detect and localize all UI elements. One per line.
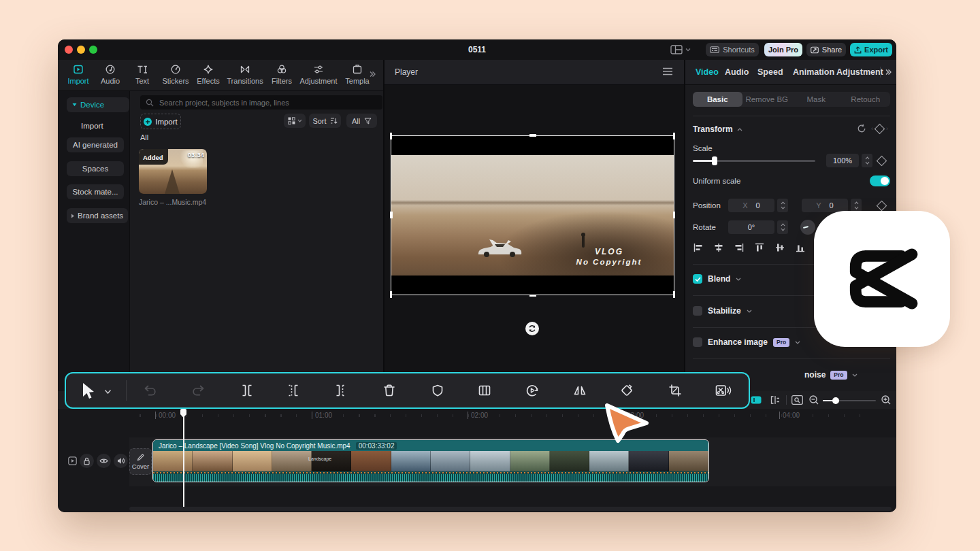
tab-adjustment-inspector[interactable]: Adjustment	[836, 67, 883, 77]
reduce-noise-row[interactable]: noise Pro	[804, 369, 858, 380]
tab-filters[interactable]: Filters	[269, 64, 295, 85]
playhead-handle[interactable]	[180, 409, 186, 418]
tab-speed[interactable]: Speed	[757, 67, 783, 77]
speed-tool-icon[interactable]	[524, 382, 540, 399]
stabilize-row[interactable]: Stabilize	[693, 305, 752, 316]
join-pro-button[interactable]: Join Pro	[764, 43, 802, 56]
search-input[interactable]	[158, 98, 365, 107]
rotate-tool-icon[interactable]	[619, 382, 635, 399]
export-button[interactable]: Export	[850, 43, 892, 56]
track-hide-button[interactable]	[97, 454, 111, 468]
media-clip-card[interactable]: Added 03:34	[139, 149, 207, 194]
reset-icon[interactable]	[857, 124, 866, 133]
extract-audio-tool-icon[interactable]	[714, 382, 732, 399]
handle-bottom-right[interactable]	[673, 291, 675, 298]
align-middle-vertical-icon[interactable]	[774, 242, 785, 253]
tab-text[interactable]: Text	[130, 64, 154, 85]
align-bottom-icon[interactable]	[795, 242, 806, 253]
tab-import[interactable]: Import	[66, 64, 91, 85]
chevron-down-icon[interactable]	[747, 310, 752, 313]
sidebar-item-import[interactable]: Import	[81, 120, 103, 132]
sidebar-item-brand-assets[interactable]: Brand assets	[67, 208, 128, 223]
align-right-icon[interactable]	[734, 242, 745, 253]
subtab-basic[interactable]: Basic	[693, 92, 742, 107]
tab-animation[interactable]: Animation	[793, 67, 834, 77]
track-lock-button[interactable]	[80, 454, 94, 468]
align-left-icon[interactable]	[693, 242, 704, 253]
enhance-image-checkbox[interactable]	[693, 337, 702, 347]
select-tool-icon[interactable]	[78, 382, 96, 401]
timeline-preview-icon[interactable]	[791, 395, 803, 405]
mask-tool-icon[interactable]	[429, 382, 446, 399]
sidebar-item-stock-materials[interactable]: Stock mate...	[67, 184, 124, 199]
split-tool-icon[interactable]	[239, 382, 255, 399]
handle-left[interactable]	[390, 212, 393, 218]
tab-audio-inspector[interactable]: Audio	[725, 67, 749, 77]
chevron-down-icon[interactable]	[795, 341, 800, 344]
cover-button[interactable]: Cover	[129, 448, 152, 475]
tab-audio[interactable]: Audio	[97, 64, 123, 85]
transform-section-header[interactable]: Transform	[693, 124, 742, 135]
sidebar-item-ai-generated[interactable]: AI generated	[67, 137, 124, 152]
scale-keyframe-control[interactable]	[878, 156, 885, 165]
handle-bottom[interactable]	[529, 295, 536, 297]
handle-bottom-left[interactable]	[390, 291, 392, 298]
tab-transitions[interactable]: Transitions	[224, 64, 266, 85]
crop-tool-icon[interactable]	[667, 382, 683, 399]
sort-button[interactable]: Sort	[309, 114, 341, 128]
handle-right[interactable]	[673, 212, 676, 218]
blend-row[interactable]: Blend	[693, 273, 741, 284]
scale-stepper[interactable]	[862, 154, 872, 167]
rotate-knob[interactable]	[800, 220, 815, 235]
panel-layout-button[interactable]	[670, 44, 691, 56]
transform-keyframe-control[interactable]: ‹›	[871, 124, 888, 133]
uniform-scale-toggle[interactable]	[870, 176, 890, 186]
playhead[interactable]	[180, 409, 187, 507]
tab-video[interactable]: Video	[696, 67, 719, 77]
position-y-field[interactable]: Y 0	[802, 199, 848, 212]
freeze-frame-tool-icon[interactable]	[476, 382, 493, 399]
subtab-remove-bg[interactable]: Remove BG	[742, 92, 792, 107]
position-keyframe-control[interactable]	[878, 201, 885, 210]
position-x-stepper[interactable]	[777, 199, 788, 212]
handle-top-left[interactable]	[390, 133, 392, 139]
handle-top-right[interactable]	[673, 133, 675, 139]
import-button[interactable]: Import	[140, 114, 181, 129]
filter-button[interactable]: All	[346, 114, 377, 128]
auto-gap-icon[interactable]	[770, 395, 781, 405]
video-frame[interactable]: VLOG No Copyright	[391, 136, 674, 295]
tab-adjustment[interactable]: Adjustment	[297, 64, 340, 85]
handle-top[interactable]	[529, 134, 536, 137]
tab-stickers[interactable]: Stickers	[159, 64, 193, 85]
position-x-field[interactable]: X 0	[728, 199, 774, 212]
blend-checkbox[interactable]	[693, 274, 702, 284]
main-track-magnet-icon[interactable]	[751, 396, 762, 404]
position-y-stepper[interactable]	[851, 199, 862, 212]
scale-value[interactable]: 100%	[826, 154, 859, 167]
rotate-field[interactable]: 0°	[728, 220, 774, 234]
player-menu-icon[interactable]	[662, 67, 673, 76]
zoom-slider-handle[interactable]	[832, 397, 839, 404]
shortcuts-button[interactable]: Shortcuts	[706, 43, 759, 56]
subtab-mask[interactable]: Mask	[791, 92, 841, 107]
rotate-handle[interactable]	[525, 322, 539, 335]
chevron-down-icon[interactable]	[852, 373, 858, 377]
undo-icon[interactable]	[142, 382, 159, 399]
mirror-tool-icon[interactable]	[572, 382, 588, 399]
redo-icon[interactable]	[190, 382, 206, 399]
stabilize-checkbox[interactable]	[693, 306, 702, 316]
tab-effects[interactable]: Effects	[194, 64, 223, 85]
subtab-retouch[interactable]: Retouch	[841, 92, 891, 107]
rotate-stepper[interactable]	[777, 220, 788, 234]
chevron-down-icon[interactable]	[736, 278, 741, 281]
delete-left-tool-icon[interactable]	[285, 382, 301, 399]
zoom-in-icon[interactable]	[881, 395, 891, 405]
track-mute-button[interactable]	[114, 454, 128, 468]
enhance-image-row[interactable]: Enhance image Pro	[693, 337, 800, 348]
search-bar[interactable]	[140, 95, 382, 110]
view-mode-button[interactable]	[284, 114, 306, 128]
delete-tool-icon[interactable]	[381, 382, 397, 399]
zoom-out-icon[interactable]	[809, 395, 819, 405]
align-top-icon[interactable]	[754, 242, 765, 253]
inspector-tabs-overflow-chevron[interactable]	[885, 69, 892, 76]
